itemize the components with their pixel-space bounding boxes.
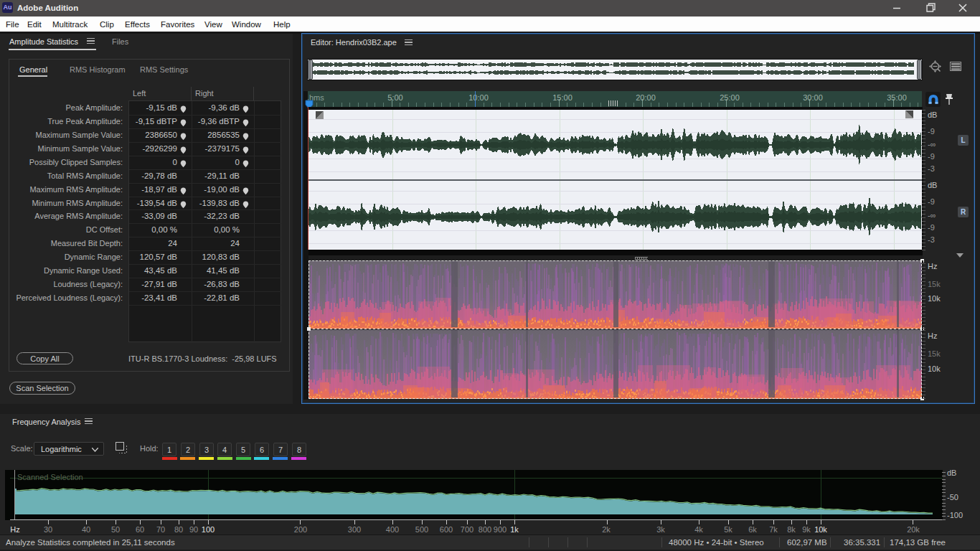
svg-text:Scanned Selection: Scanned Selection xyxy=(17,473,83,481)
